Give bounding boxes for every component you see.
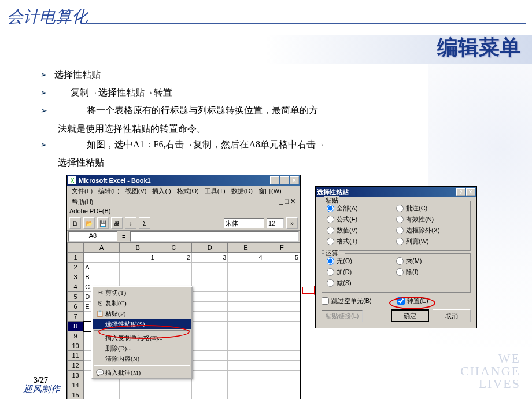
menu-format[interactable]: 格式(O) <box>175 186 201 196</box>
cell[interactable] <box>84 253 120 263</box>
cell[interactable]: A <box>84 263 120 272</box>
cell[interactable] <box>228 341 264 351</box>
select-all-corner[interactable] <box>68 243 84 253</box>
mdiclose[interactable]: _ □ ✕ <box>277 197 298 207</box>
row-header[interactable]: 10 <box>68 341 84 351</box>
ctx-paste-special[interactable]: 选择性粘贴(S)... <box>93 319 191 329</box>
cell[interactable] <box>84 390 120 400</box>
cell[interactable] <box>264 390 300 400</box>
tool-print-icon[interactable]: 🖶 <box>111 217 123 229</box>
close-button[interactable]: ✕ <box>466 188 475 196</box>
radio-validation[interactable]: 有效性(N) <box>396 215 466 224</box>
cell[interactable] <box>192 322 228 331</box>
radio-none[interactable]: 无(O) <box>327 257 396 265</box>
tool-sort-icon[interactable]: ↕ <box>125 217 136 229</box>
col-header-e[interactable]: E <box>228 243 264 253</box>
radio-values[interactable]: 数值(V) <box>327 226 396 235</box>
row-header[interactable]: 1 <box>68 253 84 263</box>
menu-edit[interactable]: 编辑(E) <box>96 186 122 196</box>
cell[interactable] <box>264 272 300 282</box>
ctx-insert-cells[interactable]: 插入复制单元格(E)... <box>93 332 191 343</box>
col-header-f[interactable]: F <box>264 243 300 253</box>
cell[interactable] <box>192 390 228 400</box>
ctx-cut[interactable]: ✂剪切(T) <box>93 287 191 298</box>
maximize-button[interactable]: □ <box>280 176 289 184</box>
cell[interactable] <box>264 322 300 331</box>
col-header-d[interactable]: D <box>192 243 228 253</box>
cell[interactable] <box>192 282 228 292</box>
row-header[interactable]: 14 <box>68 380 84 390</box>
cell[interactable] <box>192 292 228 302</box>
cell[interactable] <box>156 263 191 272</box>
cancel-button[interactable]: 取消 <box>433 309 471 322</box>
menu-help[interactable]: 帮助(H) <box>69 197 95 207</box>
radio-colwidth[interactable]: 列宽(W) <box>396 237 466 246</box>
ctx-paste[interactable]: 📋粘贴(P) <box>93 308 191 319</box>
cell[interactable] <box>120 380 156 390</box>
row-header[interactable]: 5 <box>68 292 84 302</box>
row-header[interactable]: 6 <box>68 302 84 312</box>
cell[interactable] <box>156 380 191 390</box>
cell[interactable] <box>192 312 228 322</box>
cell[interactable]: 5 <box>264 253 300 263</box>
cell[interactable] <box>192 331 228 341</box>
cell[interactable] <box>84 380 120 390</box>
menu-insert[interactable]: 插入(I) <box>150 186 173 196</box>
radio-mul[interactable]: 乘(M) <box>396 257 466 265</box>
cell[interactable] <box>192 380 228 390</box>
cell[interactable] <box>228 390 264 400</box>
formula-input[interactable] <box>130 231 299 242</box>
cell[interactable] <box>264 361 300 371</box>
ctx-clear[interactable]: 清除内容(N) <box>93 353 191 364</box>
ctx-copy[interactable]: ⎘复制(C) <box>93 298 191 308</box>
row-header[interactable]: 3 <box>68 272 84 282</box>
radio-formats[interactable]: 格式(T) <box>327 237 396 246</box>
menu-view[interactable]: 视图(V) <box>123 186 149 196</box>
cell[interactable] <box>264 263 300 272</box>
ok-button[interactable]: 确定 <box>391 309 429 322</box>
cell[interactable] <box>228 282 264 292</box>
row-header[interactable]: 4 <box>68 282 84 292</box>
cell[interactable] <box>192 341 228 351</box>
cell[interactable] <box>192 351 228 361</box>
radio-borders[interactable]: 边框除外(X) <box>396 226 466 235</box>
cell[interactable]: B <box>84 272 120 282</box>
tool-open-icon[interactable]: 📂 <box>83 217 95 229</box>
row-header[interactable]: 7 <box>68 312 84 322</box>
cell[interactable] <box>228 331 264 341</box>
menu-tools[interactable]: 工具(T) <box>202 186 228 196</box>
help-button[interactable]: ? <box>456 188 466 196</box>
cell[interactable] <box>192 302 228 312</box>
radio-all[interactable]: 全部(A) <box>327 204 396 213</box>
radio-formulas[interactable]: 公式(F) <box>327 215 396 224</box>
tool-new-icon[interactable]: 🗋 <box>69 217 81 229</box>
cell[interactable] <box>228 263 264 272</box>
cell[interactable] <box>120 263 156 272</box>
menu-window[interactable]: 窗口(W) <box>256 186 284 196</box>
cell[interactable] <box>264 371 300 380</box>
cell[interactable] <box>228 351 264 361</box>
cell[interactable] <box>264 380 300 390</box>
cell[interactable] <box>192 361 228 371</box>
cell[interactable] <box>156 272 191 282</box>
row-header[interactable]: 9 <box>68 331 84 341</box>
col-header-c[interactable]: C <box>156 243 191 253</box>
cell[interactable] <box>192 263 228 272</box>
cell[interactable] <box>228 322 264 331</box>
tool-save-icon[interactable]: 💾 <box>97 217 109 229</box>
cell[interactable] <box>228 302 264 312</box>
row-header[interactable]: 2 <box>68 263 84 272</box>
row-header[interactable]: 13 <box>68 371 84 380</box>
ctx-insert-comment[interactable]: 💬插入批注(M) <box>93 367 191 378</box>
cell[interactable] <box>264 341 300 351</box>
cell[interactable] <box>264 351 300 361</box>
cell[interactable] <box>228 371 264 380</box>
cell[interactable] <box>228 361 264 371</box>
row-header[interactable]: 12 <box>68 361 84 371</box>
cell[interactable] <box>228 312 264 322</box>
tool-more-icon[interactable]: » <box>286 217 298 229</box>
cell[interactable]: 4 <box>228 253 264 263</box>
name-box[interactable]: A8 <box>68 231 117 242</box>
cell[interactable] <box>264 292 300 302</box>
cell[interactable] <box>264 312 300 322</box>
